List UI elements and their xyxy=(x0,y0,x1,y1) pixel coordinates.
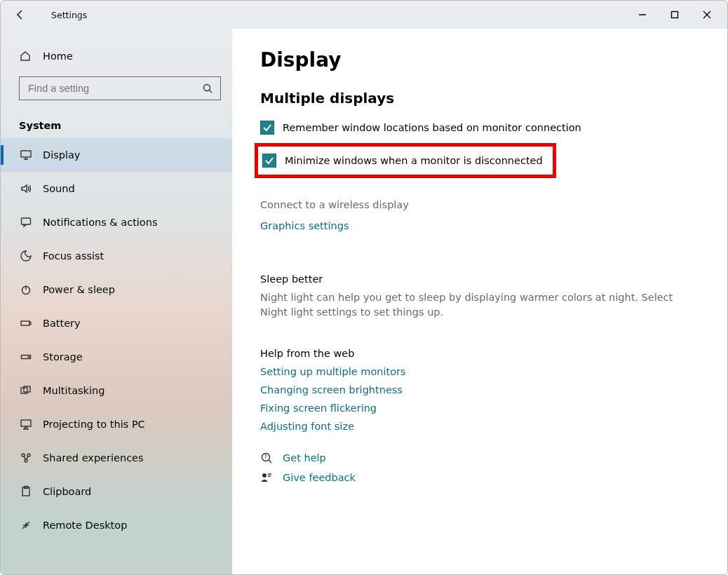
nav-label: Projecting to this PC xyxy=(43,419,145,430)
svg-point-13 xyxy=(27,454,30,456)
checkbox-minimize-on-disconnect[interactable]: Minimize windows when a monitor is disco… xyxy=(262,154,543,168)
projecting-icon xyxy=(19,418,33,431)
titlebar: Settings xyxy=(1,1,727,29)
checkbox-icon xyxy=(260,121,274,135)
svg-point-1 xyxy=(204,85,210,91)
svg-point-19 xyxy=(262,473,267,478)
nav-item-shared-experiences[interactable]: Shared experiences xyxy=(1,441,232,475)
checkbox-icon xyxy=(262,154,276,168)
minimize-button[interactable] xyxy=(626,4,659,26)
content-area: Home System Display Sound xyxy=(1,29,727,574)
nav-item-projecting[interactable]: Projecting to this PC xyxy=(1,407,232,441)
nav-label: Display xyxy=(43,149,80,161)
nav-list: Display Sound Notifications & actions Fo… xyxy=(1,138,232,542)
remote-desktop-icon xyxy=(19,519,33,532)
svg-text:?: ? xyxy=(264,454,267,461)
focus-assist-icon xyxy=(19,250,33,262)
help-link-brightness[interactable]: Changing screen brightness xyxy=(260,384,699,395)
sidebar: Home System Display Sound xyxy=(1,29,232,574)
nav-item-focus-assist[interactable]: Focus assist xyxy=(1,239,232,273)
give-feedback-row[interactable]: Give feedback xyxy=(260,471,699,484)
help-link-flickering[interactable]: Fixing screen flickering xyxy=(260,402,699,414)
help-from-web-title: Help from the web xyxy=(260,348,699,359)
group-title-multiple-displays: Multiple displays xyxy=(260,90,699,107)
checkbox-label: Remember window locations based on monit… xyxy=(283,122,581,133)
display-icon xyxy=(19,149,33,161)
nav-label: Storage xyxy=(43,351,83,363)
search-box[interactable] xyxy=(19,76,221,100)
get-help-row[interactable]: ? Get help xyxy=(260,452,699,464)
main-panel: Display Multiple displays Remember windo… xyxy=(232,29,727,574)
search-icon xyxy=(202,83,213,96)
svg-rect-2 xyxy=(21,151,31,157)
search-wrap xyxy=(1,69,232,107)
nav-item-display[interactable]: Display xyxy=(1,138,232,172)
nav-label: Battery xyxy=(43,318,81,329)
help-link-font-size[interactable]: Adjusting font size xyxy=(260,421,699,432)
home-icon xyxy=(19,50,33,62)
bottom-actions: ? Get help Give feedback xyxy=(260,452,699,484)
shared-icon xyxy=(19,452,33,464)
multitasking-icon xyxy=(19,384,33,397)
nav-item-power-sleep[interactable]: Power & sleep xyxy=(1,273,232,306)
settings-window: Settings Home xyxy=(0,0,728,575)
help-link-multiple-monitors[interactable]: Setting up multiple monitors xyxy=(260,366,699,377)
svg-rect-0 xyxy=(672,12,678,18)
svg-point-8 xyxy=(28,356,29,358)
sleep-better-title: Sleep better xyxy=(260,273,699,285)
page-title: Display xyxy=(260,48,699,72)
storage-icon xyxy=(19,351,33,363)
nav-item-multitasking[interactable]: Multitasking xyxy=(1,374,232,407)
notifications-icon xyxy=(19,216,33,229)
app-title: Settings xyxy=(51,10,87,20)
maximize-button[interactable] xyxy=(659,4,691,26)
nav-label: Power & sleep xyxy=(43,284,115,295)
nav-label: Clipboard xyxy=(43,486,91,497)
clipboard-icon xyxy=(19,485,33,498)
feedback-icon xyxy=(260,471,276,484)
home-label: Home xyxy=(43,50,73,62)
power-icon xyxy=(19,283,33,296)
nav-item-storage[interactable]: Storage xyxy=(1,340,232,374)
get-help-link: Get help xyxy=(283,452,326,464)
highlighted-setting: Minimize windows when a monitor is disco… xyxy=(255,143,556,178)
nav-label: Focus assist xyxy=(43,250,104,262)
back-button[interactable] xyxy=(9,4,32,26)
nav-label: Remote Desktop xyxy=(43,520,127,531)
checkbox-remember-locations[interactable]: Remember window locations based on monit… xyxy=(260,121,699,135)
window-controls xyxy=(626,1,723,29)
nav-label: Multitasking xyxy=(43,385,105,396)
nav-item-battery[interactable]: Battery xyxy=(1,306,232,340)
sound-icon xyxy=(19,182,33,195)
give-feedback-link: Give feedback xyxy=(283,472,356,483)
battery-icon xyxy=(19,317,33,330)
nav-item-remote-desktop[interactable]: Remote Desktop xyxy=(1,508,232,542)
search-input[interactable] xyxy=(27,82,213,95)
svg-rect-11 xyxy=(21,420,31,426)
graphics-settings-link[interactable]: Graphics settings xyxy=(260,220,699,231)
home-item[interactable]: Home xyxy=(1,43,232,69)
nav-label: Sound xyxy=(43,183,75,194)
svg-rect-5 xyxy=(21,321,29,325)
svg-rect-6 xyxy=(30,323,32,325)
nav-label: Shared experiences xyxy=(43,452,144,464)
connect-wireless-display-link[interactable]: Connect to a wireless display xyxy=(260,199,699,210)
nav-label: Notifications & actions xyxy=(43,217,157,228)
get-help-icon: ? xyxy=(260,452,276,464)
sleep-better-text: Night light can help you get to sleep by… xyxy=(260,290,699,320)
svg-point-12 xyxy=(22,454,25,456)
svg-point-14 xyxy=(25,459,27,462)
nav-item-sound[interactable]: Sound xyxy=(1,172,232,205)
checkbox-label: Minimize windows when a monitor is disco… xyxy=(285,155,543,166)
nav-item-clipboard[interactable]: Clipboard xyxy=(1,475,232,508)
nav-item-notifications[interactable]: Notifications & actions xyxy=(1,205,232,239)
close-button[interactable] xyxy=(691,4,723,26)
svg-rect-3 xyxy=(22,218,31,224)
section-system-label: System xyxy=(1,107,232,138)
